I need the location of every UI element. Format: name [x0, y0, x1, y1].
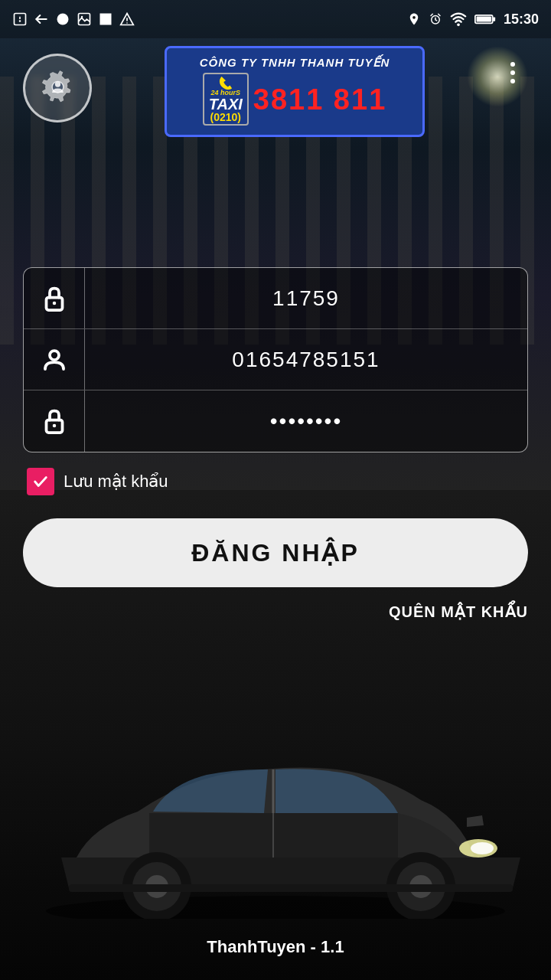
main-content: CÔNG TY TNHH THANH TUYẾN 24 hourS TAXI (… [0, 38, 551, 621]
login-form: Lưu mật khẩu ĐĂNG NHẬP QUÊN MẬT KHẨU [23, 267, 528, 621]
password-lock-icon-container [24, 390, 85, 452]
svg-point-21 [412, 16, 416, 19]
alarm-icon [429, 11, 442, 27]
square-icon [98, 11, 113, 27]
version-text: ThanhTuyen - 1.1 [207, 937, 344, 956]
username-row [24, 268, 527, 329]
taxi-badge: 24 hourS TAXI (0210) [203, 73, 249, 126]
svg-point-14 [19, 20, 21, 22]
dot2 [510, 70, 515, 75]
svg-point-15 [57, 14, 69, 25]
company-name: CÔNG TY TNHH THANH TUYẾN [182, 56, 407, 70]
login-button[interactable]: ĐĂNG NHẬP [23, 518, 528, 587]
login-button-label: ĐĂNG NHẬP [191, 538, 360, 567]
status-icons-right: 15:30 [407, 11, 539, 28]
user-icon-container [24, 329, 85, 390]
dot1 [510, 62, 515, 67]
password-row [24, 390, 527, 452]
svg-point-23 [457, 24, 460, 27]
password-input[interactable] [85, 409, 527, 433]
notification-square-icon [12, 11, 28, 27]
status-bar: 15:30 [0, 0, 551, 38]
svg-rect-26 [477, 17, 491, 22]
user-icon [41, 346, 68, 374]
id-input[interactable] [85, 286, 527, 311]
svg-point-31 [50, 351, 59, 360]
svg-point-9 [471, 842, 494, 854]
user-gear-icon [37, 67, 79, 109]
phone-row [24, 329, 527, 390]
forgot-password-row: QUÊN MẬT KHẨU [23, 603, 528, 621]
status-icons-left [12, 11, 135, 27]
lock-icon-container [24, 268, 85, 328]
remember-checkbox[interactable] [27, 468, 54, 495]
svg-point-33 [52, 424, 56, 428]
phone-prefix: (0210) [210, 112, 241, 122]
svg-rect-18 [100, 14, 112, 25]
circle-icon [55, 11, 70, 27]
input-group [23, 267, 528, 452]
phone-input[interactable] [85, 348, 527, 372]
wifi-icon [450, 11, 467, 27]
svg-rect-11 [69, 884, 513, 892]
checkmark-icon [32, 473, 49, 490]
phone-icon [217, 76, 234, 90]
svg-point-30 [52, 301, 56, 305]
taxi-label: TAXI [209, 96, 243, 112]
lock-icon [41, 285, 68, 312]
header-row: CÔNG TY TNHH THANH TUYẾN 24 hourS TAXI (… [23, 38, 528, 145]
svg-rect-25 [493, 17, 496, 21]
more-menu-button[interactable] [497, 57, 528, 88]
location-icon [407, 11, 421, 27]
back-arrow-icon [34, 11, 49, 27]
svg-point-20 [126, 22, 128, 24]
taxi-row: 24 hourS TAXI (0210) 3811 811 [182, 73, 407, 126]
logo-banner: CÔNG TY TNHH THANH TUYẾN 24 hourS TAXI (… [165, 46, 425, 137]
battery-icon [474, 12, 496, 26]
password-lock-icon [41, 407, 68, 435]
svg-point-28 [54, 81, 60, 87]
footer: ThanhTuyen - 1.1 [0, 937, 551, 957]
remember-row: Lưu mật khẩu [23, 468, 528, 495]
remember-label: Lưu mật khẩu [64, 472, 168, 492]
dot3 [510, 79, 515, 83]
warning-icon [119, 11, 135, 27]
phone-number: 3811 811 [253, 85, 387, 114]
image-icon [77, 11, 92, 27]
avatar[interactable] [23, 54, 92, 122]
forgot-password-link[interactable]: QUÊN MẬT KHẨU [389, 603, 528, 620]
status-time: 15:30 [504, 11, 539, 28]
